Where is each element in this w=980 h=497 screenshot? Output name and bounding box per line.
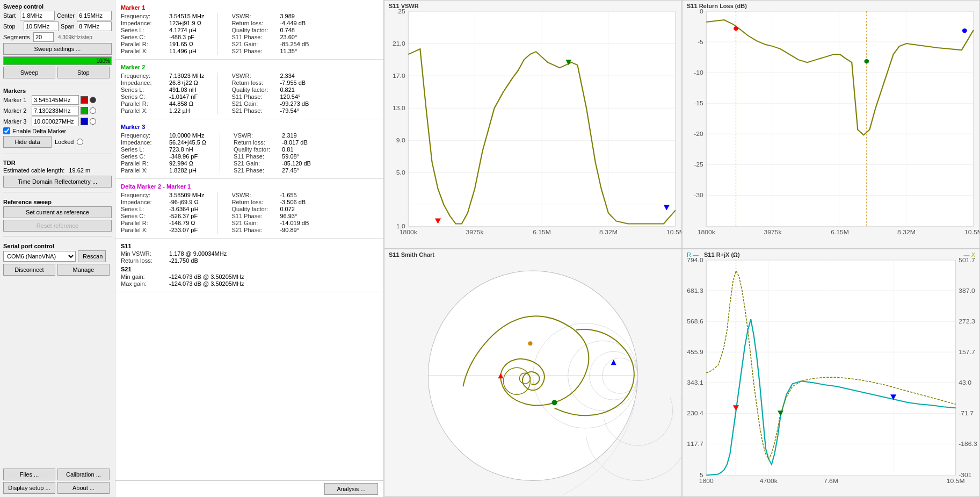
delta-freq-val: 3.58509 MHz: [169, 192, 204, 198]
s21-max-gain: -124.073 dB @ 3.50205MHz: [169, 280, 244, 287]
svg-text:-5: -5: [698, 39, 703, 45]
m3-vswr-val: 2.319: [282, 132, 297, 139]
m3-sc-val: -349.96 pF: [169, 153, 198, 160]
m1-s21g-val: -85.254 dB: [280, 41, 309, 47]
marker1-radio[interactable]: [90, 97, 96, 103]
svg-point-78: [552, 400, 557, 405]
analysis-button[interactable]: Analysis ...: [324, 483, 378, 495]
svg-text:7.6M: 7.6M: [824, 478, 838, 484]
m1-sc-key: Series C:: [121, 34, 169, 40]
m2-s21p-val: -79.54°: [280, 107, 299, 114]
port-select[interactable]: COM6 (NanoVNA): [3, 251, 76, 262]
start-input[interactable]: [20, 11, 55, 20]
delta-sl-val: -3.6364 µH: [169, 206, 199, 212]
vswr-chart-title: S11 VSWR: [389, 3, 419, 9]
rescan-button[interactable]: Rescan: [78, 250, 106, 262]
delta-px-val: -233.07 pF: [169, 227, 198, 233]
m2-s21g-val: -99.273 dB: [280, 100, 309, 107]
tdr-button[interactable]: Time Domain Reflectometry ...: [3, 176, 112, 188]
svg-text:230.4: 230.4: [687, 409, 703, 416]
svg-text:1800k: 1800k: [698, 229, 715, 235]
svg-point-59: [864, 59, 869, 63]
files-button[interactable]: Files ...: [3, 469, 55, 480]
marker2-input[interactable]: [32, 106, 79, 116]
sweep-settings-button[interactable]: Sweep settings ...: [3, 43, 112, 55]
m1-s21p-key: S21 Phase:: [231, 48, 280, 54]
locked-radio[interactable]: [77, 139, 83, 145]
about-button[interactable]: About ...: [57, 482, 110, 494]
marker3-input[interactable]: [32, 117, 79, 126]
marker1-input[interactable]: [32, 95, 79, 105]
s21-min-gain: -124.073 dB @ 3.50205MHz: [169, 273, 244, 280]
svg-text:10.5M: 10.5M: [666, 229, 681, 235]
svg-text:21.0: 21.0: [393, 40, 405, 47]
svg-text:343.1: 343.1: [687, 379, 703, 385]
locked-label: Locked: [55, 139, 74, 145]
m3-s21g-val: -85.120 dB: [282, 160, 311, 167]
m1-s21g-key: S21 Gain:: [231, 41, 280, 47]
m1-vswr-val: 3.989: [280, 13, 295, 19]
r-label: R —: [687, 251, 699, 258]
rx-chart: R — S11 R+jX (Ω) — X 794.0 681.3 568.6 4…: [682, 249, 980, 498]
display-setup-button[interactable]: Display setup ...: [3, 482, 55, 494]
enable-delta-checkbox[interactable]: [3, 127, 10, 134]
delta-s21g-val: -14.019 dB: [280, 220, 309, 226]
set-current-reference-button[interactable]: Set current as reference: [3, 206, 112, 218]
delta-qf-val: 0.072: [280, 206, 295, 212]
marker3-radio[interactable]: [90, 118, 96, 125]
segments-input[interactable]: [33, 32, 54, 42]
svg-text:13.0: 13.0: [393, 105, 405, 111]
m1-rl-key: Return loss:: [231, 20, 280, 26]
svg-text:272.3: 272.3: [959, 318, 975, 324]
span-input[interactable]: [77, 21, 112, 31]
serial-section: Serial port control COM6 (NanoVNA) Resca…: [3, 243, 112, 276]
marker2-color: [81, 107, 88, 114]
m1-px-val: 11.496 µH: [169, 48, 197, 54]
stop-label: Stop: [3, 23, 21, 30]
reference-section: Reference sweep Set current as reference…: [3, 199, 112, 232]
left-panel: Sweep control Start Center Stop Span Seg…: [0, 0, 115, 497]
s11-return-loss: -21.750 dB: [169, 257, 198, 264]
svg-point-58: [734, 26, 738, 31]
svg-text:-186.3: -186.3: [959, 440, 977, 446]
delta-rl-val: -3.506 dB: [280, 199, 306, 205]
m3-sl-val: 723.8 nH: [169, 146, 193, 153]
svg-text:-15: -15: [694, 100, 703, 106]
center-input[interactable]: [77, 11, 112, 20]
svg-text:-25: -25: [694, 161, 703, 168]
analysis-bar: Analysis ...: [115, 480, 383, 497]
svg-text:10.5M: 10.5M: [964, 229, 979, 235]
delta-marker-data-section: Delta Marker 2 - Marker 1 Frequency:3.58…: [115, 179, 383, 239]
sweep-button[interactable]: Sweep: [3, 67, 55, 78]
svg-text:6.15M: 6.15M: [831, 229, 849, 235]
s21-title: S21: [121, 266, 378, 272]
m1-sl-val: 4.1274 µH: [169, 27, 197, 33]
stop-input[interactable]: [24, 21, 59, 31]
cable-length-value: 19.62 m: [69, 167, 90, 174]
cable-length-label: Estimated cable length:: [3, 167, 64, 174]
svg-text:3975k: 3975k: [764, 229, 782, 235]
stop-button[interactable]: Stop: [57, 67, 110, 78]
manage-button[interactable]: Manage: [57, 264, 110, 276]
svg-text:5.0: 5.0: [396, 169, 405, 176]
marker3-data-title: Marker 3: [121, 124, 378, 130]
disconnect-button[interactable]: Disconnect: [3, 264, 55, 276]
svg-text:4700k: 4700k: [760, 478, 778, 484]
svg-text:8.32M: 8.32M: [897, 229, 916, 235]
svg-text:1800: 1800: [699, 478, 714, 484]
marker3-label: Marker 3: [3, 118, 30, 125]
delta-sc-val: -526.37 pF: [169, 213, 198, 219]
enable-delta-label: Enable Delta Marker: [12, 128, 66, 134]
calibration-button[interactable]: Calibration ...: [57, 469, 110, 480]
marker2-radio[interactable]: [90, 107, 96, 114]
svg-text:-30: -30: [694, 192, 703, 198]
m2-pr-val: 44.858 Ω: [169, 100, 193, 107]
s11-min-vswr: 1.178 @ 9.00034MHz: [169, 250, 227, 257]
svg-text:9.0: 9.0: [396, 137, 405, 143]
step-value: 4.309kHz/step: [58, 34, 92, 40]
hide-data-button[interactable]: Hide data: [3, 136, 52, 148]
m2-sl-val: 491.03 nH: [169, 87, 197, 93]
reset-reference-button[interactable]: Reset reference: [3, 220, 112, 232]
svg-text:1800k: 1800k: [400, 229, 417, 235]
marker2-data-title: Marker 2: [121, 64, 378, 70]
